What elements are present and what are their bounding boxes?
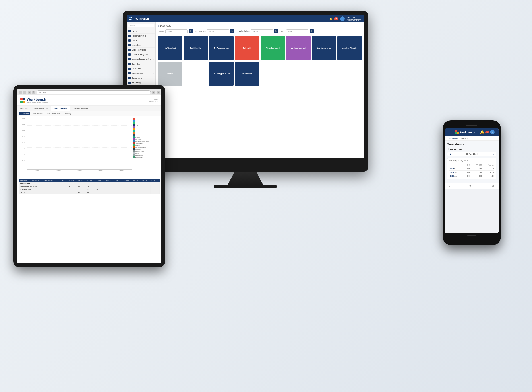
tab-plant-summary[interactable]: Plant Summary xyxy=(51,106,70,111)
chevron-right-icon: ▸ xyxy=(153,63,154,65)
people-search-group: People 🔍 xyxy=(158,29,193,33)
tile-job-list[interactable]: Job List xyxy=(158,61,182,86)
date-next-button[interactable]: ▶ xyxy=(493,153,494,155)
chevron-right-icon: ▸ xyxy=(153,77,154,79)
share-button[interactable]: ⊕ xyxy=(152,91,155,94)
nav-share-button[interactable]: ⬆ xyxy=(469,184,471,188)
phone-content: Timesheets Timesheet Date ◀ 28-Aug-2016 … xyxy=(445,141,499,183)
hamburger-icon[interactable]: ☰ xyxy=(447,130,450,134)
sub-tab-life-to-date[interactable]: Life To Date Costs xyxy=(46,112,62,115)
chevron-right-icon: ▸ xyxy=(153,82,154,84)
tile-empty-4 xyxy=(312,61,336,86)
phone-app-title: Workbench xyxy=(460,131,475,134)
sub-tab-servicing[interactable]: Servicing xyxy=(63,112,73,115)
sidebar-label-home: Home xyxy=(132,30,137,32)
jobs-search-group: Jobs 🔍 xyxy=(281,29,314,33)
tab-contract-forecast[interactable]: Contract Forecast xyxy=(31,106,51,111)
tab-financial-summary[interactable]: Financial Summary xyxy=(70,106,91,111)
th-2013-04: 2013/04 xyxy=(86,179,95,182)
files-search-label: Attached Files xyxy=(237,30,250,32)
sidebar-label-approvals: Approvals & Workflow xyxy=(132,58,152,61)
legend-wheel-loaders: Wheel Loaders xyxy=(133,156,160,158)
sidebar-item-home[interactable]: Home xyxy=(127,29,156,34)
phone-frame: ☰ Workbench 🔔 15 J ▾ xyxy=(443,120,501,245)
sidebar-search[interactable] xyxy=(127,22,156,29)
tile-review-approval[interactable]: Review/Approval List xyxy=(209,61,233,86)
nav-forward-button[interactable]: › xyxy=(459,184,460,188)
sidebar-search-input[interactable] xyxy=(128,24,154,28)
home-browser-button[interactable]: ⌂ xyxy=(28,91,31,94)
table-header-row: Plant Group Plant Code Plant Description… xyxy=(19,179,160,182)
url-bar[interactable]: 15.44.202 xyxy=(37,90,151,94)
tile-po-creation[interactable]: PO Creation xyxy=(235,61,259,86)
th-2013-02: 2013/02 xyxy=(68,179,77,182)
app-title: Workbench xyxy=(134,17,149,20)
tabs-button[interactable]: ⧉ xyxy=(157,91,160,94)
tile-to-do-list[interactable]: To Do List xyxy=(235,36,259,60)
breadcrumb: ⌂ Dashboard xyxy=(158,24,362,27)
phone-breadcrumb-home[interactable]: Dashboard xyxy=(449,137,458,139)
th-variance: Variance xyxy=(483,163,494,167)
leave-icon xyxy=(128,53,131,56)
tile-job-scheduler[interactable]: Job Scheduler xyxy=(184,36,208,60)
version-info: DemoVersion 3.7.12 xyxy=(148,99,158,102)
phone-dropdown-arrow[interactable]: ▾ xyxy=(495,131,496,133)
files-search-button[interactable]: 🔍 xyxy=(274,29,278,33)
tab-job-status[interactable]: Job Status xyxy=(17,106,31,111)
phone-home-button[interactable] xyxy=(467,235,476,236)
phone-bell-icon: 🔔 xyxy=(480,130,484,134)
back-button[interactable]: ‹ xyxy=(19,91,22,94)
sidebar-item-daily-diary[interactable]: Daily Diary ▸ xyxy=(127,62,156,66)
legend-operational-vehicles: Operational Light Vehicles xyxy=(133,140,160,142)
files-search-input[interactable] xyxy=(251,29,273,33)
companies-search-input[interactable] xyxy=(207,29,229,33)
notification-badge: 15 xyxy=(334,17,338,20)
tile-my-timesheet[interactable]: My Timesheet xyxy=(158,36,182,60)
tile-my-datasheets[interactable]: My Datasheets List xyxy=(286,36,310,60)
sidebar-item-approvals[interactable]: Approvals & Workflow ▸ xyxy=(127,57,156,62)
sub-tab-cost-analysis[interactable]: Cost Analysis xyxy=(31,112,44,115)
jobs-search-button[interactable]: 🔍 xyxy=(310,29,314,33)
tile-tablet-dashboard[interactable]: Tablet Dashboard xyxy=(261,36,285,60)
people-search-button[interactable]: 🔍 xyxy=(189,29,193,33)
legend-dollys: Dolly's xyxy=(133,124,160,126)
date-prev-button[interactable]: ◀ xyxy=(449,153,451,155)
sidebar-label-portal: Portal xyxy=(132,39,137,42)
sidebar-item-datasheets[interactable]: Datasheets ▸ xyxy=(127,76,156,80)
nav-tabs-button[interactable]: ⧉ xyxy=(492,184,494,188)
datasheets-icon xyxy=(128,77,131,79)
sidebar-item-portal[interactable]: Portal ▸ xyxy=(127,38,156,43)
phone-header-right: 🔔 15 J ▾ xyxy=(480,130,496,134)
tile-attached-files[interactable]: Attached Files List xyxy=(337,36,362,60)
nav-back-button[interactable]: ‹ xyxy=(449,184,451,188)
phone-user-avatar[interactable]: J xyxy=(490,130,494,134)
companies-search-button[interactable]: 🔍 xyxy=(230,29,234,33)
sidebar-item-service-desk[interactable]: Service Desk ▸ xyxy=(127,71,156,76)
people-search-input[interactable] xyxy=(165,29,188,33)
user-avatar[interactable]: J xyxy=(340,16,345,21)
browser-bar: ‹ › ⌂ ↻ 15.44.202 ⊕ ⧉ xyxy=(17,89,162,95)
legend-vibrating-roller: Vibrating Roller xyxy=(133,154,160,156)
sidebar-item-reporting[interactable]: Reporting ▸ xyxy=(127,80,156,85)
approvals-icon xyxy=(128,58,131,61)
sidebar-item-personal-profile[interactable]: Personal Profile ▸ xyxy=(127,34,156,38)
sub-tab-productivity[interactable]: Productivity xyxy=(19,112,30,115)
forward-button[interactable]: › xyxy=(23,91,26,94)
bars-container xyxy=(27,118,132,170)
refresh-button[interactable]: ↻ xyxy=(32,91,35,94)
tile-log-maintenance[interactable]: Log Maintenance xyxy=(312,36,336,60)
sidebar-item-daysheets[interactable]: Daysheets ▸ xyxy=(127,66,156,71)
sidebar-label-leave: Leave Management xyxy=(132,53,150,56)
sidebar-item-timesheets[interactable]: Timesheets ▸ xyxy=(127,43,156,48)
phone-breadcrumb-current: Timesheet xyxy=(461,137,469,139)
phone-app-header: ☰ Workbench 🔔 15 J ▾ xyxy=(445,128,499,136)
tile-approvals-list[interactable]: My Approvals List xyxy=(209,36,233,60)
date-input-row[interactable]: ◀ 28-Aug-2016 ▶ xyxy=(447,152,496,156)
nav-bookmarks-button[interactable]: ☰ xyxy=(480,184,483,188)
sidebar-item-leave[interactable]: Leave Management ▸ xyxy=(127,52,156,57)
sidebar-item-expense-claims[interactable]: Expense Claims ▸ xyxy=(127,48,156,52)
plant-data-table: Plant Group Plant Code Plant Description… xyxy=(19,179,160,194)
legend-excavators: Excavators xyxy=(133,128,160,130)
jobs-search-input[interactable] xyxy=(286,29,309,33)
legend-skid-steers: Skid Steers xyxy=(133,148,160,150)
